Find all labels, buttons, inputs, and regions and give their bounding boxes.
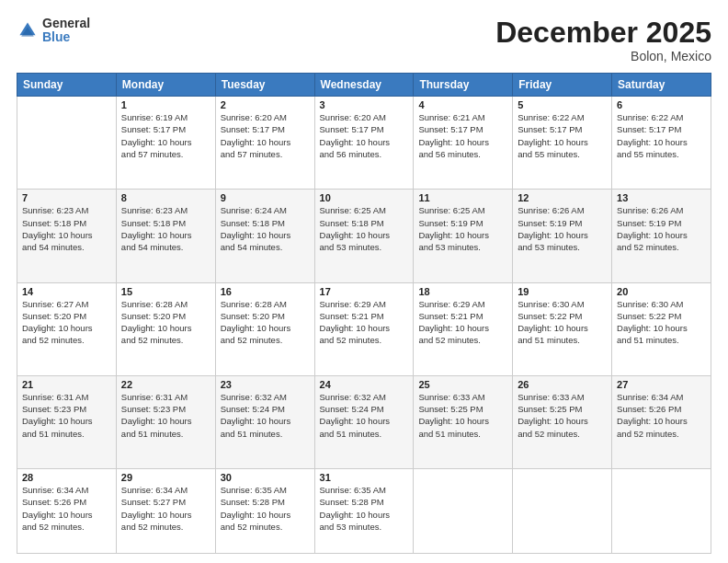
- week-row-1: 1Sunrise: 6:19 AMSunset: 5:17 PMDaylight…: [17, 97, 711, 190]
- day-info: Sunrise: 6:26 AMSunset: 5:19 PMDaylight:…: [518, 204, 607, 253]
- day-info: Sunrise: 6:28 AMSunset: 5:20 PMDaylight:…: [221, 298, 310, 347]
- day-info: Sunrise: 6:27 AMSunset: 5:20 PMDaylight:…: [22, 298, 111, 347]
- day-number: 13: [617, 192, 706, 203]
- calendar-cell: [414, 468, 513, 553]
- calendar-cell: 5Sunrise: 6:22 AMSunset: 5:17 PMDaylight…: [513, 97, 612, 190]
- day-number: 4: [418, 99, 507, 110]
- day-info: Sunrise: 6:25 AMSunset: 5:19 PMDaylight:…: [418, 204, 507, 253]
- calendar-cell: 31Sunrise: 6:35 AMSunset: 5:28 PMDayligh…: [314, 468, 414, 553]
- day-number: 23: [221, 379, 310, 390]
- col-header-tuesday: Tuesday: [215, 74, 314, 97]
- day-number: 17: [320, 286, 409, 297]
- calendar-cell: 26Sunrise: 6:33 AMSunset: 5:25 PMDayligh…: [513, 375, 612, 468]
- day-info: Sunrise: 6:25 AMSunset: 5:18 PMDaylight:…: [320, 204, 409, 253]
- day-info: Sunrise: 6:31 AMSunset: 5:23 PMDaylight:…: [121, 391, 210, 440]
- day-info: Sunrise: 6:34 AMSunset: 5:27 PMDaylight:…: [121, 484, 210, 533]
- logo-general: General: [42, 17, 90, 30]
- calendar-cell: 14Sunrise: 6:27 AMSunset: 5:20 PMDayligh…: [17, 282, 117, 375]
- calendar-cell: 10Sunrise: 6:25 AMSunset: 5:18 PMDayligh…: [314, 190, 414, 282]
- col-header-monday: Monday: [116, 74, 215, 97]
- day-info: Sunrise: 6:33 AMSunset: 5:25 PMDaylight:…: [418, 391, 507, 440]
- title-block: December 2025 Bolon, Mexico: [495, 17, 711, 63]
- calendar-cell: 11Sunrise: 6:25 AMSunset: 5:19 PMDayligh…: [414, 190, 513, 282]
- calendar-cell: 16Sunrise: 6:28 AMSunset: 5:20 PMDayligh…: [215, 282, 314, 375]
- day-number: 3: [320, 99, 409, 110]
- logo-text: General Blue: [42, 17, 90, 45]
- day-number: 30: [221, 472, 310, 483]
- calendar-cell: 15Sunrise: 6:28 AMSunset: 5:20 PMDayligh…: [116, 282, 215, 375]
- week-row-4: 21Sunrise: 6:31 AMSunset: 5:23 PMDayligh…: [17, 375, 711, 468]
- day-number: 11: [418, 192, 507, 203]
- day-info: Sunrise: 6:28 AMSunset: 5:20 PMDaylight:…: [121, 298, 210, 347]
- logo: General Blue: [17, 17, 90, 45]
- calendar-cell: 20Sunrise: 6:30 AMSunset: 5:22 PMDayligh…: [612, 282, 711, 375]
- day-number: 21: [22, 379, 111, 390]
- day-number: 14: [22, 286, 111, 297]
- day-number: 12: [518, 192, 607, 203]
- calendar-cell: 3Sunrise: 6:20 AMSunset: 5:17 PMDaylight…: [314, 97, 414, 190]
- calendar-cell: 19Sunrise: 6:30 AMSunset: 5:22 PMDayligh…: [513, 282, 612, 375]
- col-header-saturday: Saturday: [612, 74, 711, 97]
- day-info: Sunrise: 6:20 AMSunset: 5:17 PMDaylight:…: [320, 111, 409, 160]
- day-number: 5: [518, 99, 607, 110]
- calendar-table: SundayMondayTuesdayWednesdayThursdayFrid…: [17, 73, 711, 554]
- day-number: 9: [221, 192, 310, 203]
- calendar-cell: 23Sunrise: 6:32 AMSunset: 5:24 PMDayligh…: [215, 375, 314, 468]
- day-info: Sunrise: 6:23 AMSunset: 5:18 PMDaylight:…: [22, 204, 111, 253]
- logo-icon: [17, 19, 39, 41]
- day-info: Sunrise: 6:24 AMSunset: 5:18 PMDaylight:…: [221, 204, 310, 253]
- col-header-friday: Friday: [513, 74, 612, 97]
- calendar-cell: [17, 97, 117, 190]
- week-row-3: 14Sunrise: 6:27 AMSunset: 5:20 PMDayligh…: [17, 282, 711, 375]
- col-header-thursday: Thursday: [414, 74, 513, 97]
- day-number: 31: [320, 472, 409, 483]
- calendar-header-row: SundayMondayTuesdayWednesdayThursdayFrid…: [17, 74, 711, 97]
- page: General Blue December 2025 Bolon, Mexico…: [0, 0, 728, 563]
- calendar-cell: 21Sunrise: 6:31 AMSunset: 5:23 PMDayligh…: [17, 375, 117, 468]
- day-number: 20: [617, 286, 706, 297]
- day-number: 22: [121, 379, 210, 390]
- day-info: Sunrise: 6:29 AMSunset: 5:21 PMDaylight:…: [320, 298, 409, 347]
- location: Bolon, Mexico: [495, 49, 711, 63]
- day-number: 8: [121, 192, 210, 203]
- calendar-cell: 18Sunrise: 6:29 AMSunset: 5:21 PMDayligh…: [414, 282, 513, 375]
- day-number: 6: [617, 99, 706, 110]
- day-number: 29: [121, 472, 210, 483]
- day-info: Sunrise: 6:23 AMSunset: 5:18 PMDaylight:…: [121, 204, 210, 253]
- month-year: December 2025: [495, 17, 711, 49]
- day-info: Sunrise: 6:20 AMSunset: 5:17 PMDaylight:…: [221, 111, 310, 160]
- day-info: Sunrise: 6:35 AMSunset: 5:28 PMDaylight:…: [221, 484, 310, 533]
- week-row-5: 28Sunrise: 6:34 AMSunset: 5:26 PMDayligh…: [17, 468, 711, 553]
- day-info: Sunrise: 6:35 AMSunset: 5:28 PMDaylight:…: [320, 484, 409, 533]
- day-info: Sunrise: 6:31 AMSunset: 5:23 PMDaylight:…: [22, 391, 111, 440]
- day-number: 1: [121, 99, 210, 110]
- day-info: Sunrise: 6:22 AMSunset: 5:17 PMDaylight:…: [617, 111, 706, 160]
- header: General Blue December 2025 Bolon, Mexico: [17, 17, 711, 63]
- day-number: 24: [320, 379, 409, 390]
- calendar-cell: 27Sunrise: 6:34 AMSunset: 5:26 PMDayligh…: [612, 375, 711, 468]
- day-info: Sunrise: 6:19 AMSunset: 5:17 PMDaylight:…: [121, 111, 210, 160]
- calendar-cell: 1Sunrise: 6:19 AMSunset: 5:17 PMDaylight…: [116, 97, 215, 190]
- calendar-cell: 29Sunrise: 6:34 AMSunset: 5:27 PMDayligh…: [116, 468, 215, 553]
- day-number: 10: [320, 192, 409, 203]
- col-header-wednesday: Wednesday: [314, 74, 414, 97]
- day-info: Sunrise: 6:21 AMSunset: 5:17 PMDaylight:…: [418, 111, 507, 160]
- day-number: 16: [221, 286, 310, 297]
- day-info: Sunrise: 6:34 AMSunset: 5:26 PMDaylight:…: [22, 484, 111, 533]
- calendar-cell: 24Sunrise: 6:32 AMSunset: 5:24 PMDayligh…: [314, 375, 414, 468]
- day-number: 2: [221, 99, 310, 110]
- calendar-cell: 2Sunrise: 6:20 AMSunset: 5:17 PMDaylight…: [215, 97, 314, 190]
- calendar-cell: 8Sunrise: 6:23 AMSunset: 5:18 PMDaylight…: [116, 190, 215, 282]
- calendar-cell: 9Sunrise: 6:24 AMSunset: 5:18 PMDaylight…: [215, 190, 314, 282]
- calendar-cell: 25Sunrise: 6:33 AMSunset: 5:25 PMDayligh…: [414, 375, 513, 468]
- logo-blue-text: Blue: [42, 30, 90, 44]
- calendar-cell: [513, 468, 612, 553]
- day-number: 15: [121, 286, 210, 297]
- week-row-2: 7Sunrise: 6:23 AMSunset: 5:18 PMDaylight…: [17, 190, 711, 282]
- calendar-cell: 28Sunrise: 6:34 AMSunset: 5:26 PMDayligh…: [17, 468, 117, 553]
- day-number: 26: [518, 379, 607, 390]
- day-number: 7: [22, 192, 111, 203]
- day-info: Sunrise: 6:26 AMSunset: 5:19 PMDaylight:…: [617, 204, 706, 253]
- calendar-cell: 4Sunrise: 6:21 AMSunset: 5:17 PMDaylight…: [414, 97, 513, 190]
- calendar-cell: 13Sunrise: 6:26 AMSunset: 5:19 PMDayligh…: [612, 190, 711, 282]
